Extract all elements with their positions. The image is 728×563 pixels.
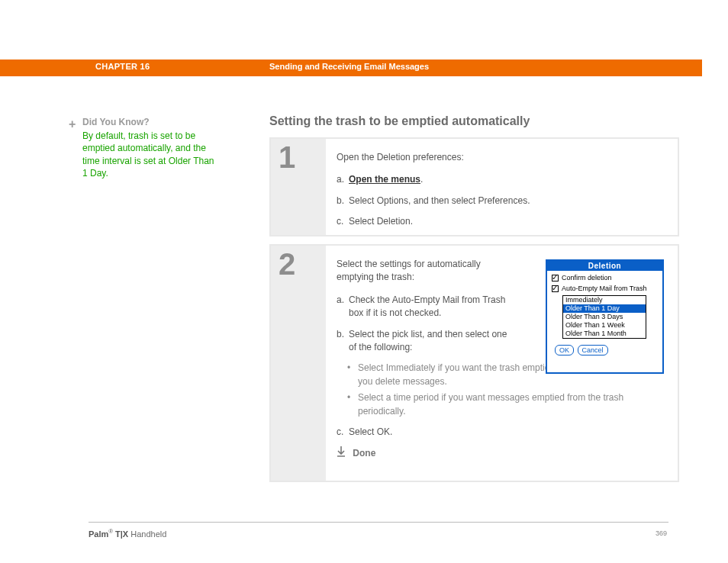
pick-option[interactable]: Older Than 1 Week	[563, 321, 646, 330]
list-label: a.	[337, 294, 344, 307]
footer-rule	[89, 522, 668, 523]
step2-c-text: Select OK.	[349, 426, 392, 437]
step-1-box: 1 Open the Deletion preferences: a. Open…	[269, 137, 679, 236]
pick-option[interactable]: Older Than 3 Days	[563, 313, 646, 321]
page-number: 369	[656, 529, 667, 537]
step2-c: c. Select OK.	[337, 426, 668, 439]
step1-c: c. Select Deletion.	[337, 215, 668, 228]
brand-suffix: Handheld	[128, 529, 166, 539]
step2-b-text: Select the pick list, and then select on…	[349, 329, 507, 352]
chk-label: Auto-Empty Mail from Trash	[562, 285, 647, 292]
step-number: 2	[279, 247, 295, 282]
sidebar-tip: + Did You Know? By default, trash is set…	[82, 116, 220, 179]
dyk-body: By default, trash is set to be emptied a…	[82, 130, 220, 179]
footer-brand: Palm® T|X Handheld	[89, 528, 166, 539]
chapter-label: CHAPTER 16	[95, 62, 150, 71]
step1-a: a. Open the menus.	[337, 173, 668, 186]
pick-option[interactable]: Older Than 1 Month	[563, 330, 646, 338]
step-num-col: 2	[271, 246, 326, 481]
done-arrow-icon	[337, 446, 346, 461]
step-1-body: Open the Deletion preferences: a. Open t…	[337, 151, 668, 229]
step2-intro: Select the settings for automatically em…	[337, 258, 508, 285]
open-menus-link[interactable]: Open the menus	[349, 174, 420, 185]
step1-c-text: Select Deletion.	[349, 216, 413, 227]
period: .	[420, 174, 423, 185]
cancel-button[interactable]: Cancel	[578, 345, 608, 355]
plus-icon: +	[69, 116, 76, 133]
step-2-box: 2 Select the settings for automatically …	[269, 244, 679, 482]
list-label: b.	[337, 328, 344, 341]
dialog-title: Deletion	[547, 261, 662, 271]
section-title: Setting the trash to be emptied automati…	[269, 114, 530, 128]
step1-b: b. Select Options, and then select Prefe…	[337, 195, 668, 208]
done-row: Done	[337, 446, 668, 461]
pick-option-selected[interactable]: Older Than 1 Day	[563, 304, 646, 313]
chapter-topic: Sending and Receiving Email Messages	[269, 62, 429, 71]
auto-empty-checkbox[interactable]: Auto-Empty Mail from Trash	[552, 285, 658, 292]
model-name: T|X	[113, 529, 128, 539]
checkbox-icon	[552, 275, 559, 282]
checkbox-icon	[552, 285, 559, 292]
step-num-col: 1	[271, 139, 326, 235]
done-label: Done	[353, 448, 375, 458]
interval-picklist[interactable]: Immediately Older Than 1 Day Older Than …	[562, 295, 646, 339]
step2-a: a. Check the Auto-Empty Mail from Trash …	[337, 294, 508, 320]
chk-label: Confirm deletion	[562, 274, 612, 282]
step1-b-text: Select Options, and then select Preferen…	[349, 195, 530, 206]
pick-option[interactable]: Immediately	[563, 296, 646, 304]
brand-name: Palm	[89, 529, 108, 539]
ok-button[interactable]: OK	[555, 345, 574, 355]
step2-a-text: Check the Auto-Empty Mail from Trash box…	[349, 294, 505, 318]
step1-intro: Open the Deletion preferences:	[337, 151, 668, 164]
list-label: a.	[337, 173, 344, 186]
list-label: c.	[337, 426, 343, 439]
palm-deletion-dialog: Deletion Confirm deletion Auto-Empty Mai…	[546, 259, 664, 374]
step2-bullet-2: Select a time period if you want message…	[337, 391, 668, 418]
confirm-deletion-checkbox[interactable]: Confirm deletion	[552, 274, 658, 282]
list-label: b.	[337, 195, 344, 208]
dyk-heading: Did You Know?	[82, 116, 220, 128]
list-label: c.	[337, 215, 343, 228]
step2-b: b. Select the pick list, and then select…	[337, 328, 508, 355]
step-number: 1	[279, 140, 295, 175]
